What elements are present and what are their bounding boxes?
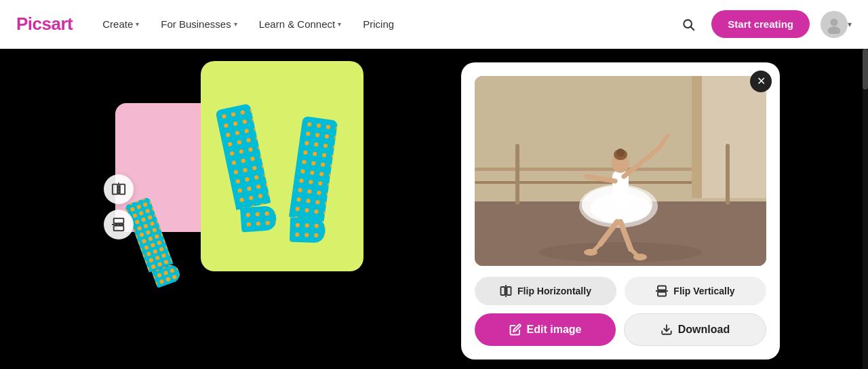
sock-dots-foot: [240, 206, 277, 233]
chevron-down-icon: ▾: [136, 20, 139, 28]
sock-foot-right: [290, 218, 326, 244]
sock-foot-left: [240, 206, 277, 233]
flip-button-group-left: [104, 174, 134, 239]
nav-label-create: Create: [102, 18, 133, 30]
avatar[interactable]: [821, 11, 848, 38]
svg-rect-39: [658, 286, 666, 290]
avatar-chevron-icon[interactable]: ▾: [848, 20, 852, 29]
search-button[interactable]: [676, 12, 701, 37]
svg-rect-16: [692, 76, 702, 198]
svg-rect-37: [507, 287, 511, 295]
image-card-section: ✕ Flip Horizontally: [461, 62, 780, 360]
download-icon: [660, 324, 673, 336]
nav-label-pricing: Pricing: [363, 18, 394, 30]
avatar-icon: [825, 15, 844, 34]
left-section: [0, 49, 407, 369]
sock-dots: [215, 103, 271, 210]
svg-rect-4: [113, 184, 117, 195]
logo[interactable]: Picsart: [16, 14, 73, 35]
sock-dots-right: [289, 116, 338, 222]
scrollbar-track: [863, 49, 868, 369]
svg-line-1: [691, 26, 694, 30]
edit-image-button[interactable]: Edit image: [475, 313, 616, 346]
nav-label-for-businesses: For Businesses: [161, 18, 231, 30]
svg-point-24: [616, 149, 625, 157]
flip-h-icon: [111, 182, 126, 197]
sock-left: [215, 102, 279, 233]
chevron-down-icon: ▾: [338, 20, 341, 28]
sock-dots-foot-right: [290, 218, 326, 244]
pencil-icon: [509, 324, 521, 336]
search-icon: [682, 18, 695, 31]
svg-point-3: [828, 26, 841, 34]
action-buttons-row: Edit image Download: [475, 313, 766, 346]
flip-h-button-icon: [500, 285, 512, 297]
flip-buttons-row: Flip Horizontally Flip Vertically: [475, 277, 766, 305]
edit-image-label: Edit image: [527, 324, 582, 336]
image-card: ✕ Flip Horizontally: [461, 62, 780, 360]
nav-right: Start creating ▾: [676, 10, 852, 38]
nav-item-create[interactable]: Create ▾: [94, 13, 147, 35]
flip-horizontally-label: Flip Horizontally: [517, 286, 591, 296]
svg-rect-5: [120, 184, 125, 195]
svg-rect-35: [726, 144, 730, 205]
scrollbar-thumb[interactable]: [863, 49, 868, 90]
logo-text: Picsart: [16, 14, 73, 35]
svg-rect-8: [114, 226, 124, 231]
flip-vertically-button[interactable]: Flip Vertically: [625, 277, 766, 305]
navbar: Picsart Create ▾ For Businesses ▾ Learn …: [0, 0, 868, 49]
flip-horizontal-circle-button[interactable]: [104, 174, 134, 204]
nav-item-learn-connect[interactable]: Learn & Connect ▾: [251, 13, 350, 35]
flip-vertical-circle-button[interactable]: [104, 210, 134, 239]
sock-pair: [233, 96, 332, 237]
svg-point-33: [584, 249, 597, 256]
nav-label-learn-connect: Learn & Connect: [259, 18, 336, 30]
image-wrapper: ✕: [475, 76, 766, 266]
image-container: [475, 76, 766, 266]
svg-rect-36: [501, 287, 505, 295]
start-creating-button[interactable]: Start creating: [711, 10, 810, 38]
flip-vertically-label: Flip Vertically: [673, 286, 734, 296]
nav-links: Create ▾ For Businesses ▾ Learn & Connec…: [94, 13, 676, 35]
svg-point-17: [539, 242, 702, 263]
nav-item-pricing[interactable]: Pricing: [355, 13, 402, 35]
svg-rect-40: [658, 292, 666, 296]
sock-right: [285, 116, 340, 245]
svg-rect-34: [515, 144, 519, 205]
nav-item-for-businesses[interactable]: For Businesses ▾: [153, 13, 245, 35]
sock-main-left: [215, 103, 271, 210]
main-content: ✕ Flip Horizontally: [0, 49, 868, 369]
svg-rect-7: [114, 218, 124, 223]
close-button[interactable]: ✕: [750, 71, 772, 92]
chevron-down-icon: ▾: [234, 20, 237, 28]
flip-v-button-icon: [656, 285, 668, 297]
yellow-card: [201, 61, 363, 271]
svg-point-30: [633, 254, 647, 260]
dancer-illustration: [475, 76, 766, 266]
svg-point-2: [831, 18, 838, 26]
flip-v-icon: [111, 217, 126, 232]
sock-main-right: [289, 116, 338, 222]
download-button[interactable]: Download: [624, 313, 766, 346]
flip-horizontally-button[interactable]: Flip Horizontally: [475, 277, 616, 305]
download-label: Download: [678, 324, 730, 336]
